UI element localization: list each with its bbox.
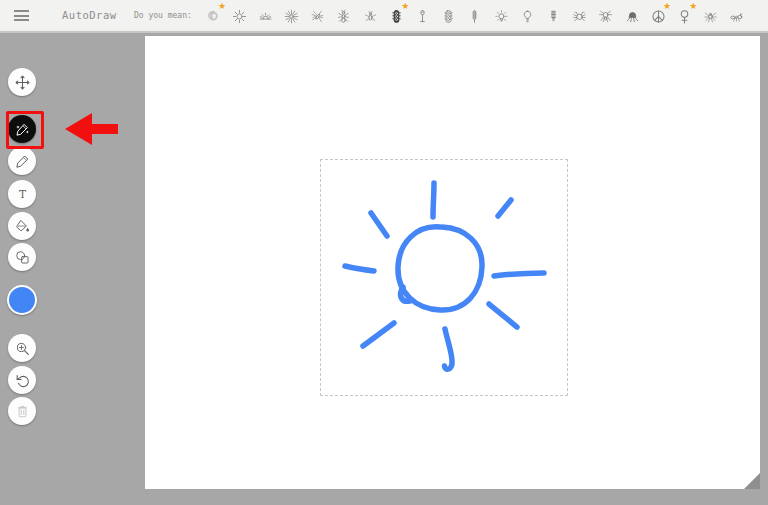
star-badge: ★ [218, 2, 226, 11]
suggestion-peace-sign-icon[interactable]: ★ [646, 4, 670, 28]
hamburger-menu-icon[interactable] [14, 10, 29, 21]
app-title: AutoDraw [62, 0, 117, 31]
suggestion-spider-icon[interactable] [699, 4, 723, 28]
suggestion-sun-rays-icon[interactable] [280, 4, 304, 28]
canvas-resize-handle[interactable] [744, 473, 760, 489]
drawing-canvas[interactable] [145, 36, 760, 489]
suggestion-mosquito-icon[interactable] [306, 4, 330, 28]
suggestion-crab-icon[interactable] [568, 4, 592, 28]
color-swatch [9, 287, 35, 313]
suggestion-fly-icon[interactable] [358, 4, 382, 28]
suggestion-lamp-post-icon[interactable] [463, 4, 487, 28]
suggestion-light-bulb-shine-icon[interactable] [489, 4, 513, 28]
suggestion-octopus-icon[interactable] [620, 4, 644, 28]
red-arrow-annotation [58, 109, 120, 151]
suggestion-prompt: Do you mean: [134, 0, 192, 32]
select-tool-button[interactable] [8, 68, 36, 96]
star-badge: ★ [663, 2, 671, 11]
star-badge: ★ [401, 2, 409, 11]
fill-tool-button[interactable] [8, 212, 36, 240]
suggestion-ant-side-icon[interactable] [725, 4, 749, 28]
sun-sketch [145, 36, 760, 489]
suggestion-light-bulb-icon[interactable] [515, 4, 539, 28]
topbar: AutoDraw Do you mean: ★★★★ [0, 0, 768, 33]
zoom-tool-button[interactable] [8, 334, 36, 362]
suggestion-female-symbol-icon[interactable]: ★ [672, 4, 696, 28]
suggestion-traffic-light-filled-icon[interactable]: ★ [384, 4, 408, 28]
delete-tool-button[interactable] [8, 397, 36, 425]
color-tool-button[interactable] [7, 285, 37, 315]
shape-tool-button[interactable] [8, 243, 36, 271]
suggestion-traffic-light-icon[interactable] [437, 4, 461, 28]
star-badge: ★ [689, 2, 697, 11]
suggestion-ant-icon[interactable] [332, 4, 356, 28]
suggestion-street-lamp-icon[interactable] [411, 4, 435, 28]
autodraw-tool-button[interactable] [8, 115, 36, 143]
suggestion-sun-icon[interactable] [227, 4, 251, 28]
svg-text:T: T [18, 188, 25, 201]
suggestion-scribble-icon[interactable]: ★ [201, 4, 225, 28]
undo-tool-button[interactable] [8, 366, 36, 394]
suggestion-sunrise-icon[interactable] [253, 4, 277, 28]
type-tool-button[interactable]: T [8, 180, 36, 208]
draw-tool-button[interactable] [8, 147, 36, 175]
suggestion-tarantula-icon[interactable] [594, 4, 618, 28]
suggestion-cfl-bulb-icon[interactable] [541, 4, 565, 28]
suggestion-bar: ★★★★ [201, 3, 749, 29]
